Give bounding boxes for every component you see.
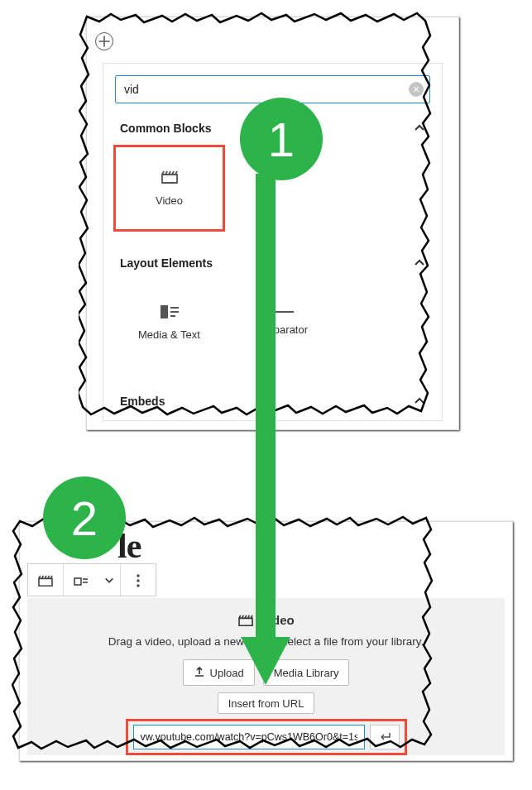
insert-from-url-button[interactable]: Insert from URL (218, 692, 315, 714)
block-tile-media-text[interactable]: Media & Text (113, 280, 225, 366)
block-tile-label: Separator (261, 323, 308, 336)
add-block-button[interactable] (95, 32, 113, 50)
url-input[interactable] (133, 725, 365, 749)
more-options-button[interactable] (121, 564, 156, 597)
svg-rect-4 (276, 311, 294, 313)
section-label: Embeds (120, 395, 165, 408)
svg-rect-2 (170, 311, 179, 313)
step-number: 1 (268, 112, 295, 167)
insert-url-label: Insert from URL (228, 697, 304, 710)
placeholder-subtitle: Drag a video, upload a new one or select… (108, 635, 424, 648)
block-toolbar (27, 563, 156, 596)
section-label: Layout Elements (120, 256, 213, 270)
media-library-label: Media Library (274, 667, 339, 679)
media-text-icon (161, 305, 179, 318)
chevron-up-icon (414, 257, 425, 269)
step-number: 2 (71, 491, 98, 546)
submit-url-button[interactable] (370, 725, 400, 749)
upload-icon (194, 666, 205, 680)
video-icon (161, 170, 179, 184)
align-button[interactable] (64, 564, 98, 597)
video-placeholder: Video Drag a video, upload a new one or … (27, 598, 505, 755)
section-embeds[interactable]: Embeds (103, 380, 442, 411)
section-layout-elements[interactable]: Layout Elements (103, 245, 442, 276)
video-icon (237, 614, 254, 627)
separator-icon (276, 310, 294, 314)
step-badge-2: 2 (43, 476, 126, 559)
url-input-highlight (126, 719, 407, 755)
step-badge-1: 1 (240, 98, 323, 180)
block-tile-video[interactable]: Video (113, 145, 225, 232)
block-tile-label: Video (156, 194, 183, 207)
placeholder-heading: Video (237, 613, 295, 627)
chevron-up-icon (414, 395, 425, 407)
clear-search-icon[interactable] (409, 82, 424, 97)
block-tile-separator[interactable]: Separator (228, 280, 340, 366)
media-library-button[interactable]: Media Library (263, 659, 350, 686)
block-type-video-icon[interactable] (28, 564, 63, 597)
toolbar-chevron-down-icon[interactable] (98, 564, 120, 597)
layout-blocks-row: Media & Text Separator (103, 276, 442, 380)
placeholder-buttons: Upload Media Library (183, 659, 350, 686)
block-tile-label: Media & Text (138, 328, 200, 341)
block-inserter-panel: Common Blocks Video Layout Elements (86, 17, 459, 430)
upload-button[interactable]: Upload (183, 659, 255, 686)
svg-point-9 (137, 579, 139, 582)
placeholder-title: Video (261, 613, 295, 627)
svg-point-8 (137, 574, 139, 577)
svg-rect-3 (170, 315, 175, 317)
svg-point-10 (137, 584, 139, 587)
chevron-up-icon (414, 122, 425, 134)
upload-label: Upload (210, 667, 244, 679)
svg-rect-1 (170, 307, 179, 309)
svg-rect-5 (74, 578, 81, 585)
section-label: Common Blocks (120, 122, 211, 135)
svg-rect-0 (161, 305, 168, 318)
